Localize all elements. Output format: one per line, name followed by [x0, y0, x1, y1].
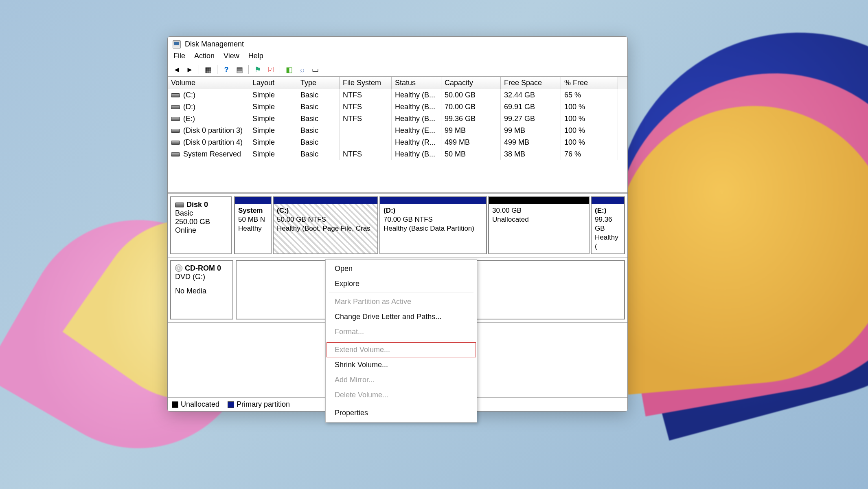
col-filesystem[interactable]: File System: [340, 77, 392, 89]
tool-settings-icon[interactable]: ▭: [310, 65, 320, 75]
col-freespace[interactable]: Free Space: [501, 77, 561, 89]
table-row[interactable]: System ReservedSimpleBasicNTFSHealthy (B…: [168, 148, 627, 160]
menu-view[interactable]: View: [224, 52, 239, 60]
table-row[interactable]: (E:)SimpleBasicNTFSHealthy (B...99.36 GB…: [168, 113, 627, 125]
cm-mark-active: Mark Partition as Active: [327, 294, 476, 309]
tool-new-icon[interactable]: ◧: [284, 65, 294, 75]
cm-extend-volume: Extend Volume...: [327, 342, 476, 357]
cm-open[interactable]: Open: [327, 261, 476, 276]
menu-action[interactable]: Action: [194, 52, 215, 60]
partition-block[interactable]: (C:)50.00 GB NTFSHealthy (Boot, Page Fil…: [273, 196, 378, 254]
window-title: Disk Management: [185, 40, 244, 48]
tool-refresh-icon[interactable]: ⚑: [253, 65, 263, 75]
context-menu: Open Explore Mark Partition as Active Ch…: [325, 259, 477, 423]
partition-block[interactable]: (D:)70.00 GB NTFSHealthy (Basic Data Par…: [379, 196, 487, 254]
disk-icon: [175, 203, 184, 207]
menu-help[interactable]: Help: [248, 52, 263, 60]
table-row[interactable]: (Disk 0 partition 4)SimpleBasicHealthy (…: [168, 137, 627, 148]
table-row[interactable]: (C:)SimpleBasicNTFSHealthy (B...50.00 GB…: [168, 89, 627, 101]
tool-check-icon[interactable]: ☑: [266, 65, 276, 75]
cm-format: Format...: [327, 324, 476, 339]
table-row[interactable]: (Disk 0 partition 3)SimpleBasicHealthy (…: [168, 125, 627, 137]
back-button[interactable]: ◄: [172, 65, 182, 75]
col-capacity[interactable]: Capacity: [441, 77, 501, 89]
col-layout[interactable]: Layout: [249, 77, 297, 89]
disk-0-label[interactable]: Disk 0 Basic 250.00 GB Online: [170, 196, 232, 254]
legend-unallocated: Unallocated: [172, 400, 219, 409]
forward-button[interactable]: ►: [185, 65, 195, 75]
col-status[interactable]: Status: [392, 77, 441, 89]
partition-block[interactable]: System50 MB NHealthy: [234, 196, 272, 254]
tool-panel-icon[interactable]: ▦: [203, 65, 213, 75]
help-icon[interactable]: ?: [221, 65, 231, 75]
cm-shrink-volume[interactable]: Shrink Volume...: [327, 357, 476, 372]
tool-search-icon[interactable]: ⌕: [297, 65, 307, 75]
titlebar[interactable]: Disk Management: [168, 37, 627, 50]
cm-properties[interactable]: Properties: [327, 405, 476, 421]
legend-primary: Primary partition: [228, 400, 290, 409]
menubar: File Action View Help: [168, 50, 627, 63]
col-type[interactable]: Type: [297, 77, 340, 89]
cm-change-letter[interactable]: Change Drive Letter and Paths...: [327, 309, 476, 324]
toolbar: ◄ ► ▦ ? ▤ ⚑ ☑ ◧ ⌕ ▭: [168, 63, 627, 77]
tool-grid-icon[interactable]: ▤: [235, 65, 244, 75]
app-icon: [173, 40, 181, 48]
col-pctfree[interactable]: % Free: [561, 77, 618, 89]
menu-file[interactable]: File: [173, 52, 185, 60]
cm-delete-volume: Delete Volume...: [327, 388, 476, 403]
disk-0-row[interactable]: Disk 0 Basic 250.00 GB Online System50 M…: [168, 194, 627, 258]
cd-icon: [175, 264, 182, 272]
disk-0-partitions: System50 MB NHealthy(C:)50.00 GB NTFSHea…: [234, 194, 627, 257]
partition-block[interactable]: 30.00 GBUnallocated: [488, 196, 590, 254]
cdrom-label[interactable]: CD-ROM 0 DVD (G:) No Media: [170, 260, 233, 319]
cm-explore[interactable]: Explore: [327, 276, 476, 291]
col-volume[interactable]: Volume: [168, 77, 249, 89]
cm-add-mirror: Add Mirror...: [327, 372, 476, 388]
volume-list-header: Volume Layout Type File System Status Ca…: [168, 77, 627, 89]
volume-list[interactable]: (C:)SimpleBasicNTFSHealthy (B...50.00 GB…: [168, 89, 627, 192]
table-row[interactable]: (D:)SimpleBasicNTFSHealthy (B...70.00 GB…: [168, 101, 627, 113]
partition-block[interactable]: (E:)99.36 GBHealthy (: [591, 196, 625, 254]
